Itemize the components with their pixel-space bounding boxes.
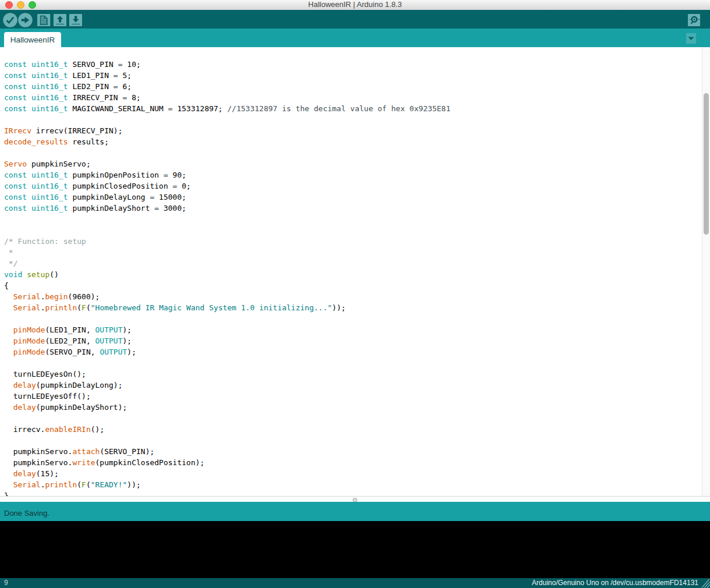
cursor-line-number: 9 xyxy=(4,578,8,588)
up-arrow-icon xyxy=(54,14,66,26)
board-port-label: Arduino/Genuino Uno on /dev/cu.usbmodemF… xyxy=(532,578,698,588)
toolbar xyxy=(0,10,710,29)
down-arrow-icon xyxy=(69,14,82,26)
tab-halloweenir[interactable]: HalloweenIR xyxy=(4,32,61,47)
console-output xyxy=(0,521,710,578)
tab-menu-button[interactable] xyxy=(686,33,696,44)
right-arrow-icon xyxy=(18,13,33,27)
resize-grip-icon[interactable] xyxy=(700,578,710,588)
checkmark-icon xyxy=(3,13,17,27)
magnifier-icon xyxy=(688,14,700,26)
tabbar: HalloweenIR xyxy=(0,29,710,47)
code: const uint16_t SERVO_PIN = 10; const uin… xyxy=(4,59,450,496)
save-sketch-button[interactable] xyxy=(69,14,82,26)
upload-button[interactable] xyxy=(18,13,33,27)
vertical-scrollbar-thumb[interactable] xyxy=(704,93,709,235)
status-bar: Done Saving. xyxy=(0,502,710,521)
document-icon xyxy=(37,14,50,26)
titlebar: HalloweenIR | Arduino 1.8.3 xyxy=(0,0,710,10)
line-status-bar: 9 Arduino/Genuino Uno on /dev/cu.usbmode… xyxy=(0,578,710,588)
tab-label: HalloweenIR xyxy=(10,36,55,44)
new-sketch-button[interactable] xyxy=(37,14,50,26)
code-editor[interactable]: const uint16_t SERVO_PIN = 10; const uin… xyxy=(0,47,710,496)
open-sketch-button[interactable] xyxy=(54,14,66,26)
chevron-down-icon xyxy=(686,33,696,44)
serial-monitor-button[interactable] xyxy=(688,14,700,26)
window-title: HalloweenIR | Arduino 1.8.3 xyxy=(0,0,710,10)
verify-button[interactable] xyxy=(3,13,17,27)
split-divider[interactable] xyxy=(0,496,710,502)
arduino-ide-window: HalloweenIR | Arduino 1.8.3 xyxy=(0,0,710,588)
status-message: Done Saving. xyxy=(4,504,49,523)
